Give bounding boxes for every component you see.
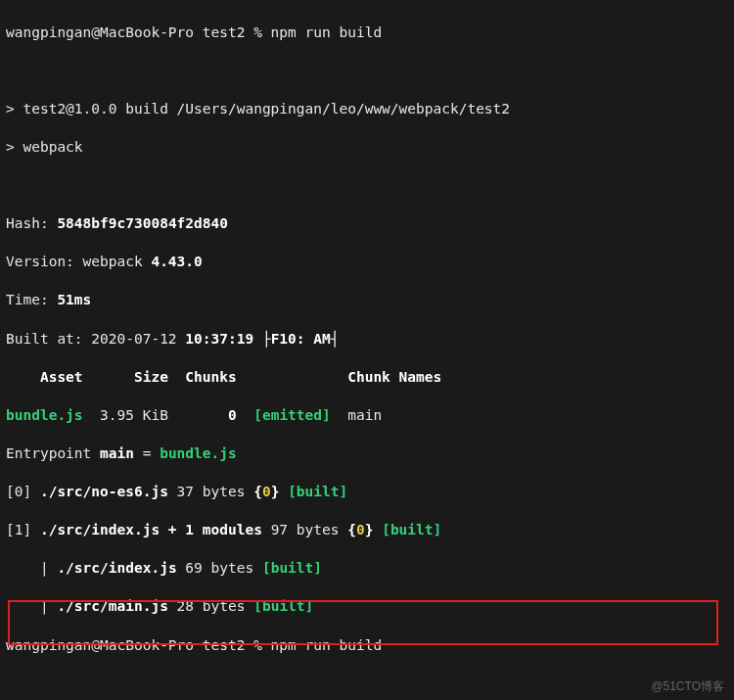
module-size: 28 bytes xyxy=(168,598,253,614)
module-chunk: 0 xyxy=(356,522,365,537)
module-line: [1] ./src/index.js + 1 modules 97 bytes … xyxy=(6,521,728,540)
equals: = xyxy=(134,445,160,461)
hash-value: 5848bf9c730084f2d840 xyxy=(57,215,228,231)
terminal-output[interactable]: wangpingan@MacBook-Pro test2 % npm run b… xyxy=(0,0,734,700)
version-value: 4.43.0 xyxy=(151,254,202,269)
version-line: Version: webpack 4.43.0 xyxy=(6,253,728,272)
brace: { xyxy=(347,522,356,537)
entrypoint-line: Entrypoint main = bundle.js xyxy=(6,444,728,464)
module-chunk: 0 xyxy=(262,484,271,499)
prompt-line: wangpingan@MacBook-Pro test2 % npm run b… xyxy=(6,23,728,43)
blank-line xyxy=(6,62,728,81)
spacer xyxy=(237,407,253,423)
spacer xyxy=(279,484,288,499)
hash-label: Hash: xyxy=(6,215,57,231)
submodule-line: | ./src/index.js 69 bytes [built] xyxy=(6,559,728,579)
module-path: ./src/no-es6.js xyxy=(40,484,168,499)
time-line: Time: 51ms xyxy=(6,291,728,310)
chunk-names: main xyxy=(331,407,382,423)
blank-line xyxy=(6,675,728,694)
built-label: Built at: 2020-07-12 xyxy=(6,331,185,347)
emitted-badge: [emitted] xyxy=(253,407,331,423)
module-index: [1] xyxy=(6,522,40,537)
entrypoint-label: Entrypoint xyxy=(6,445,100,461)
module-path: ./src/index.js xyxy=(57,560,176,576)
script-header: > webpack xyxy=(6,138,728,158)
asset-size: 3.95 KiB xyxy=(83,407,228,423)
time-value: 51ms xyxy=(57,292,91,307)
built-badge: [built] xyxy=(262,560,322,576)
module-size: 37 bytes xyxy=(168,484,253,499)
module-path: ./src/index.js + 1 modules xyxy=(40,522,262,537)
tree-prefix: | xyxy=(6,598,57,614)
prompt-line: wangpingan@MacBook-Pro test2 % npm run b… xyxy=(6,636,728,656)
entrypoint-bundle: bundle.js xyxy=(160,445,237,461)
tree-prefix: | xyxy=(6,560,57,576)
module-index: [0] xyxy=(6,484,40,499)
asset-columns: Asset Size Chunks Chunk Names xyxy=(6,368,728,388)
submodule-line: | ./src/main.js 28 bytes [built] xyxy=(6,597,728,617)
watermark: @51CTO博客 xyxy=(651,678,724,694)
built-badge: [built] xyxy=(253,598,313,614)
blank-line xyxy=(6,176,728,196)
asset-chunks: 0 xyxy=(228,407,237,423)
brace: { xyxy=(253,484,262,499)
script-header: > test2@1.0.0 build /Users/wangpingan/le… xyxy=(6,100,728,119)
built-badge: [built] xyxy=(382,522,441,537)
built-at-line: Built at: 2020-07-12 10:37:19 ├F10: AM┤ xyxy=(6,330,728,350)
spacer xyxy=(373,522,382,537)
module-size: 69 bytes xyxy=(177,560,262,576)
hash-line: Hash: 5848bf9c730084f2d840 xyxy=(6,214,728,234)
asset-row: bundle.js 3.95 KiB 0 [emitted] main xyxy=(6,406,728,426)
entrypoint-name: main xyxy=(100,445,134,461)
module-path: ./src/main.js xyxy=(57,598,168,614)
version-label: Version: webpack xyxy=(6,254,151,269)
time-label: Time: xyxy=(6,292,57,307)
asset-name: bundle.js xyxy=(6,407,83,423)
module-size: 97 bytes xyxy=(262,522,347,537)
built-time: 10:37:19 xyxy=(185,331,253,347)
built-badge: [built] xyxy=(288,484,347,499)
module-line: [0] ./src/no-es6.js 37 bytes {0} [built] xyxy=(6,483,728,502)
built-suffix: ├F10: AM┤ xyxy=(253,331,339,347)
